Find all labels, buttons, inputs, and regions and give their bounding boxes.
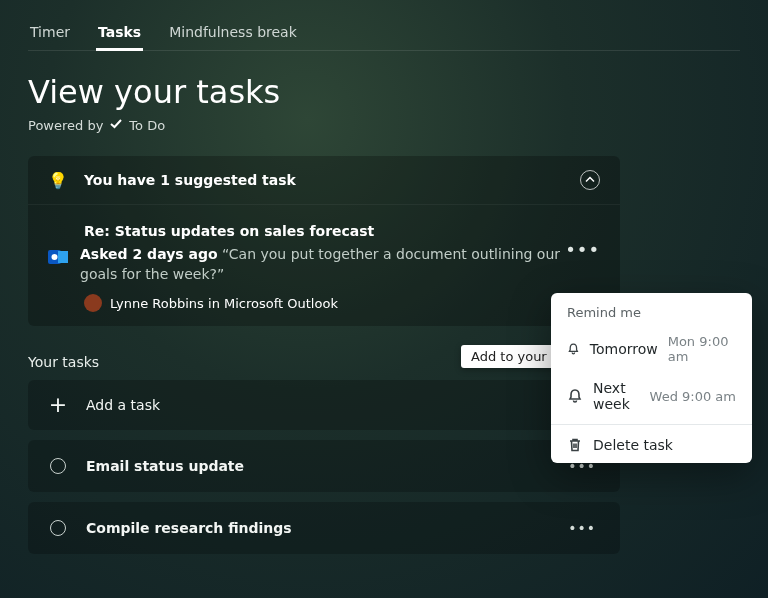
task-label: Compile research findings bbox=[86, 520, 546, 536]
task-checkbox[interactable] bbox=[50, 520, 66, 536]
suggested-more-button[interactable]: ••• bbox=[561, 235, 604, 264]
tab-timer[interactable]: Timer bbox=[28, 18, 72, 50]
collapse-chevron-icon[interactable] bbox=[580, 170, 600, 190]
todo-check-icon bbox=[109, 117, 123, 134]
tabs: Timer Tasks Mindfulness break bbox=[28, 18, 740, 51]
page-title: View your tasks bbox=[28, 73, 740, 111]
lightbulb-icon: 💡 bbox=[48, 171, 68, 190]
add-task-row[interactable]: + Add a task bbox=[28, 380, 620, 430]
menu-item-time: Wed 9:00 am bbox=[650, 389, 736, 404]
suggested-from-line: Lynne Robbins in Microsoft Outlook bbox=[84, 294, 600, 312]
task-label: Email status update bbox=[86, 458, 546, 474]
tab-mindfulness[interactable]: Mindfulness break bbox=[167, 18, 299, 50]
task-row[interactable]: Email status update ••• bbox=[28, 440, 620, 492]
sender-text: Lynne Robbins in Microsoft Outlook bbox=[110, 296, 338, 311]
tab-tasks[interactable]: Tasks bbox=[96, 18, 143, 51]
suggested-task-card: 💡 You have 1 suggested task Re: Status u… bbox=[28, 156, 620, 326]
menu-item-label: Tomorrow bbox=[590, 341, 658, 357]
plus-icon: + bbox=[49, 394, 67, 416]
svg-point-2 bbox=[52, 254, 58, 260]
powered-by-app: To Do bbox=[129, 118, 165, 133]
add-task-label: Add a task bbox=[86, 397, 600, 413]
bell-icon bbox=[567, 388, 583, 404]
suggested-subject: Re: Status updates on sales forecast bbox=[84, 223, 600, 239]
menu-item-next-week[interactable]: Next week Wed 9:00 am bbox=[551, 372, 752, 420]
svg-rect-1 bbox=[58, 251, 68, 263]
context-menu: Remind me Tomorrow Mon 9:00 am Next week… bbox=[551, 293, 752, 463]
suggested-header[interactable]: 💡 You have 1 suggested task bbox=[28, 156, 620, 205]
menu-separator bbox=[551, 424, 752, 425]
trash-icon bbox=[567, 437, 583, 453]
menu-item-label: Next week bbox=[593, 380, 640, 412]
powered-by-prefix: Powered by bbox=[28, 118, 103, 133]
menu-item-time: Mon 9:00 am bbox=[668, 334, 736, 364]
task-more-button[interactable]: ••• bbox=[564, 516, 600, 540]
suggested-body: Re: Status updates on sales forecast Ask… bbox=[28, 205, 620, 326]
menu-heading: Remind me bbox=[551, 299, 752, 326]
outlook-icon bbox=[48, 247, 68, 267]
menu-item-tomorrow[interactable]: Tomorrow Mon 9:00 am bbox=[551, 326, 752, 372]
asked-prefix: Asked 2 days ago bbox=[80, 246, 218, 262]
task-row[interactable]: Compile research findings ••• bbox=[28, 502, 620, 554]
menu-item-label: Delete task bbox=[593, 437, 736, 453]
menu-item-delete[interactable]: Delete task bbox=[551, 429, 752, 461]
task-checkbox[interactable] bbox=[50, 458, 66, 474]
suggested-banner-text: You have 1 suggested task bbox=[84, 172, 564, 188]
suggested-quote-line: Asked 2 days ago “Can you put together a… bbox=[80, 245, 600, 284]
sender-avatar bbox=[84, 294, 102, 312]
powered-by-line: Powered by To Do bbox=[28, 117, 740, 134]
bell-icon bbox=[567, 341, 580, 357]
